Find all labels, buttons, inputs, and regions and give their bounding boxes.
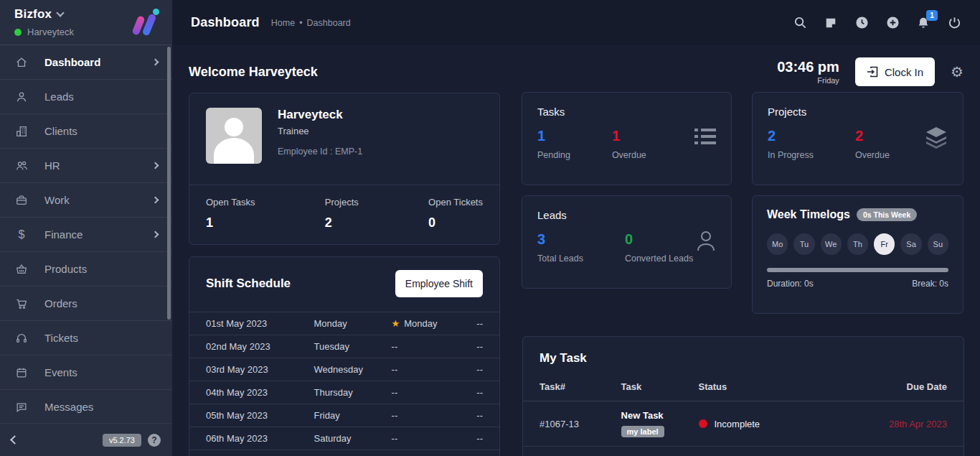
help-icon[interactable]: ? [148, 434, 161, 447]
sidebar-item-label: Products [44, 263, 87, 275]
tasks-title: Tasks [537, 106, 716, 118]
sidebar-item-work[interactable]: Work [0, 183, 172, 218]
lead-person-icon [696, 231, 716, 252]
sidebar-item-hr[interactable]: HR [0, 149, 172, 183]
sidebar-item-label: Tickets [44, 332, 78, 344]
gear-icon[interactable]: ⚙ [951, 63, 963, 80]
weekday-we[interactable]: We [821, 233, 842, 255]
search-icon[interactable] [793, 16, 807, 30]
task-name-cell: New Task my label [621, 410, 699, 437]
task-status: Incomplete [699, 419, 866, 429]
login-icon [867, 66, 878, 78]
sidebar-item-label: Messages [44, 401, 93, 413]
weekday-su[interactable]: Su [928, 233, 948, 255]
weekday-fr-active[interactable]: Fr [874, 233, 895, 255]
sidebar-item-tickets[interactable]: Tickets [0, 321, 172, 355]
sidebar-item-clients[interactable]: Clients [0, 114, 172, 149]
sidebar-header: Bizfox Harveyteck [0, 0, 172, 45]
current-time: 03:46 pm Friday [777, 59, 839, 85]
sidebar-item-label: Work [44, 194, 70, 206]
shift-row: 03rd May 2023Wednesday---- [189, 358, 499, 381]
timelog-progress-bar [767, 268, 948, 272]
projects-overdue: 2 Overdue [855, 128, 890, 160]
sidebar-item-label: Leads [44, 90, 74, 103]
status-dot-icon [699, 419, 707, 428]
welcome-heading: Welcome Harveyteck [189, 65, 318, 80]
sidebar-item-leads[interactable]: Leads [0, 80, 172, 114]
sidebar-item-label: Events [44, 366, 77, 378]
task-due-date: 28th Apr 2023 [865, 419, 947, 429]
main-content: Welcome Harveyteck 03:46 pm Friday Clock… [172, 45, 980, 456]
task-row[interactable]: #1067-13 New Task my label Incomplete 28… [523, 401, 963, 447]
sidebar-item-label: Clients [44, 125, 77, 137]
notifications-bell-icon[interactable]: 1 [916, 16, 930, 30]
clock-icon[interactable] [854, 16, 869, 30]
sidebar-item-messages[interactable]: Messages [0, 390, 172, 424]
timelog-break: Break: 0s [912, 279, 948, 289]
sidebar: Bizfox Harveyteck Dashboard Leads Client… [0, 0, 172, 456]
collapse-sidebar-icon[interactable] [10, 435, 19, 445]
weekday-tu[interactable]: Tu [793, 233, 814, 255]
person-icon [14, 90, 29, 104]
projects-in-progress: 2 In Progress [768, 128, 814, 160]
profile-role: Trainee [278, 126, 362, 136]
clock-in-label: Clock In [885, 66, 923, 78]
star-icon: ★ [392, 318, 400, 329]
tasks-pending: 1 Pending [537, 128, 570, 160]
profile-card: Harveyteck Trainee Employee Id : EMP-1 O… [189, 93, 500, 245]
cart-icon [14, 297, 29, 311]
chevron-right-icon [152, 59, 159, 66]
my-task-card: My Task Task# Task Status Due Date #1067… [522, 336, 964, 456]
chevron-right-icon [152, 162, 159, 169]
shift-table: 01st May 2023 Monday ★Monday -- 02nd May… [189, 312, 499, 456]
chevron-right-icon [152, 197, 159, 204]
week-timelogs-card: Week Timelogs 0s This Week Mo Tu We Th F… [752, 195, 963, 314]
sidebar-footer: v5.2.73 ? [0, 423, 172, 456]
sidebar-item-label: Dashboard [44, 56, 100, 68]
calendar-icon [14, 366, 29, 380]
power-icon[interactable] [947, 16, 961, 30]
shift-row: 01st May 2023 Monday ★Monday -- [189, 312, 499, 335]
breadcrumb-current: Dashboard [307, 18, 351, 28]
home-icon [14, 55, 29, 70]
leads-total: 3 Total Leads [537, 231, 583, 264]
sidebar-item-events[interactable]: Events [0, 355, 172, 390]
shift-row: 05th May 2023Friday---- [189, 404, 499, 427]
tasks-card: Tasks 1 Pending 1 Overdue [522, 92, 732, 185]
stat-open-tickets: Open Tickets 0 [428, 197, 483, 231]
sidebar-item-finance[interactable]: $ Finance [0, 218, 172, 252]
sidebar-item-dashboard[interactable]: Dashboard [0, 45, 172, 80]
sidebar-item-products[interactable]: Products [0, 252, 172, 287]
projects-title: Projects [768, 106, 948, 118]
weekday-sa[interactable]: Sa [900, 233, 921, 255]
weekday-mo[interactable]: Mo [767, 233, 788, 255]
shift-row: 04th May 2023Thursday---- [189, 381, 499, 404]
dollar-icon: $ [14, 228, 29, 242]
notes-icon[interactable] [824, 16, 838, 30]
sidebar-menu: Dashboard Leads Clients HR Work $ Financ… [0, 45, 172, 424]
task-id: #1067-13 [540, 419, 621, 429]
version-badge: v5.2.73 [103, 434, 141, 447]
people-icon [14, 159, 29, 173]
weekday-th[interactable]: Th [847, 233, 868, 255]
leads-converted: 0 Converted Leads [625, 231, 693, 264]
profile-name: Harveyteck [278, 108, 362, 122]
shift-schedule-card: Shift Schedule Employee Shift 01st May 2… [189, 256, 500, 456]
employee-id: Employee Id : EMP-1 [278, 146, 362, 157]
employee-shift-button[interactable]: Employee Shift [395, 270, 483, 297]
breadcrumb-home[interactable]: Home [271, 18, 295, 28]
breadcrumb: Home • Dashboard [271, 18, 351, 28]
chevron-down-icon [57, 9, 65, 17]
weekday-selector: Mo Tu We Th Fr Sa Su [767, 233, 948, 255]
add-icon[interactable] [885, 16, 900, 30]
clock-in-button[interactable]: Clock In [855, 57, 935, 86]
shift-schedule-title: Shift Schedule [206, 276, 291, 291]
chevron-right-icon [152, 231, 159, 238]
day-value: Friday [777, 76, 839, 85]
sidebar-item-orders[interactable]: Orders [0, 287, 172, 321]
shift-row [189, 450, 499, 456]
brand-name: Bizfox [14, 7, 52, 22]
bizfox-logo-icon [131, 9, 161, 37]
sidebar-scrollbar[interactable] [167, 47, 171, 320]
breadcrumb-separator: • [299, 18, 302, 28]
